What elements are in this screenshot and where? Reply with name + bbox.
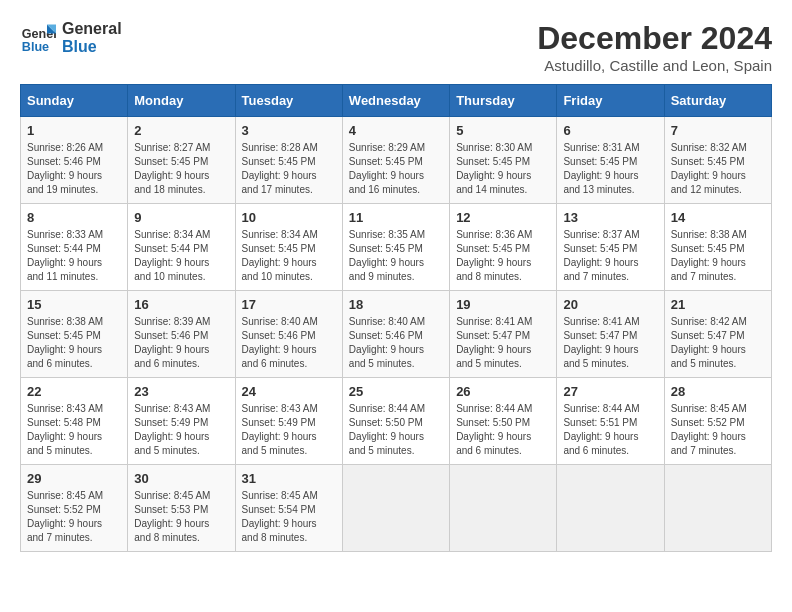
calendar-table: SundayMondayTuesdayWednesdayThursdayFrid… (20, 84, 772, 552)
day-cell: 8 Sunrise: 8:33 AM Sunset: 5:44 PM Dayli… (21, 204, 128, 291)
page-header: General Blue General Blue December 2024 … (20, 20, 772, 74)
day-number: 11 (349, 210, 443, 225)
title-area: December 2024 Astudillo, Castille and Le… (537, 20, 772, 74)
day-cell: 20 Sunrise: 8:41 AM Sunset: 5:47 PM Dayl… (557, 291, 664, 378)
week-row-1: 1 Sunrise: 8:26 AM Sunset: 5:46 PM Dayli… (21, 117, 772, 204)
day-info: Sunrise: 8:31 AM Sunset: 5:45 PM Dayligh… (563, 141, 657, 197)
day-info: Sunrise: 8:41 AM Sunset: 5:47 PM Dayligh… (563, 315, 657, 371)
day-number: 7 (671, 123, 765, 138)
day-cell: 24 Sunrise: 8:43 AM Sunset: 5:49 PM Dayl… (235, 378, 342, 465)
day-cell: 28 Sunrise: 8:45 AM Sunset: 5:52 PM Dayl… (664, 378, 771, 465)
day-info: Sunrise: 8:29 AM Sunset: 5:45 PM Dayligh… (349, 141, 443, 197)
column-header-tuesday: Tuesday (235, 85, 342, 117)
day-info: Sunrise: 8:40 AM Sunset: 5:46 PM Dayligh… (349, 315, 443, 371)
calendar-body: 1 Sunrise: 8:26 AM Sunset: 5:46 PM Dayli… (21, 117, 772, 552)
day-info: Sunrise: 8:44 AM Sunset: 5:50 PM Dayligh… (456, 402, 550, 458)
svg-text:Blue: Blue (22, 40, 49, 54)
day-info: Sunrise: 8:44 AM Sunset: 5:50 PM Dayligh… (349, 402, 443, 458)
day-number: 29 (27, 471, 121, 486)
day-number: 5 (456, 123, 550, 138)
day-number: 12 (456, 210, 550, 225)
day-info: Sunrise: 8:34 AM Sunset: 5:44 PM Dayligh… (134, 228, 228, 284)
day-info: Sunrise: 8:38 AM Sunset: 5:45 PM Dayligh… (27, 315, 121, 371)
day-info: Sunrise: 8:40 AM Sunset: 5:46 PM Dayligh… (242, 315, 336, 371)
day-info: Sunrise: 8:36 AM Sunset: 5:45 PM Dayligh… (456, 228, 550, 284)
day-cell: 14 Sunrise: 8:38 AM Sunset: 5:45 PM Dayl… (664, 204, 771, 291)
day-info: Sunrise: 8:45 AM Sunset: 5:52 PM Dayligh… (27, 489, 121, 545)
day-number: 14 (671, 210, 765, 225)
day-info: Sunrise: 8:33 AM Sunset: 5:44 PM Dayligh… (27, 228, 121, 284)
day-cell (450, 465, 557, 552)
day-number: 3 (242, 123, 336, 138)
day-cell: 11 Sunrise: 8:35 AM Sunset: 5:45 PM Dayl… (342, 204, 449, 291)
day-cell: 4 Sunrise: 8:29 AM Sunset: 5:45 PM Dayli… (342, 117, 449, 204)
week-row-5: 29 Sunrise: 8:45 AM Sunset: 5:52 PM Dayl… (21, 465, 772, 552)
day-number: 25 (349, 384, 443, 399)
day-info: Sunrise: 8:38 AM Sunset: 5:45 PM Dayligh… (671, 228, 765, 284)
day-cell: 5 Sunrise: 8:30 AM Sunset: 5:45 PM Dayli… (450, 117, 557, 204)
day-number: 18 (349, 297, 443, 312)
day-cell: 9 Sunrise: 8:34 AM Sunset: 5:44 PM Dayli… (128, 204, 235, 291)
day-number: 2 (134, 123, 228, 138)
day-info: Sunrise: 8:26 AM Sunset: 5:46 PM Dayligh… (27, 141, 121, 197)
calendar-header-row: SundayMondayTuesdayWednesdayThursdayFrid… (21, 85, 772, 117)
day-info: Sunrise: 8:45 AM Sunset: 5:54 PM Dayligh… (242, 489, 336, 545)
day-cell: 15 Sunrise: 8:38 AM Sunset: 5:45 PM Dayl… (21, 291, 128, 378)
day-cell: 22 Sunrise: 8:43 AM Sunset: 5:48 PM Dayl… (21, 378, 128, 465)
day-number: 6 (563, 123, 657, 138)
day-cell: 23 Sunrise: 8:43 AM Sunset: 5:49 PM Dayl… (128, 378, 235, 465)
day-number: 30 (134, 471, 228, 486)
day-cell: 27 Sunrise: 8:44 AM Sunset: 5:51 PM Dayl… (557, 378, 664, 465)
week-row-2: 8 Sunrise: 8:33 AM Sunset: 5:44 PM Dayli… (21, 204, 772, 291)
day-cell: 26 Sunrise: 8:44 AM Sunset: 5:50 PM Dayl… (450, 378, 557, 465)
day-cell: 18 Sunrise: 8:40 AM Sunset: 5:46 PM Dayl… (342, 291, 449, 378)
day-info: Sunrise: 8:44 AM Sunset: 5:51 PM Dayligh… (563, 402, 657, 458)
day-cell: 6 Sunrise: 8:31 AM Sunset: 5:45 PM Dayli… (557, 117, 664, 204)
day-cell: 13 Sunrise: 8:37 AM Sunset: 5:45 PM Dayl… (557, 204, 664, 291)
day-cell: 19 Sunrise: 8:41 AM Sunset: 5:47 PM Dayl… (450, 291, 557, 378)
day-cell: 25 Sunrise: 8:44 AM Sunset: 5:50 PM Dayl… (342, 378, 449, 465)
day-info: Sunrise: 8:41 AM Sunset: 5:47 PM Dayligh… (456, 315, 550, 371)
day-number: 8 (27, 210, 121, 225)
logo: General Blue General Blue (20, 20, 122, 56)
column-header-wednesday: Wednesday (342, 85, 449, 117)
logo-line2: Blue (62, 38, 122, 56)
day-cell: 21 Sunrise: 8:42 AM Sunset: 5:47 PM Dayl… (664, 291, 771, 378)
day-cell (664, 465, 771, 552)
day-cell: 1 Sunrise: 8:26 AM Sunset: 5:46 PM Dayli… (21, 117, 128, 204)
day-info: Sunrise: 8:27 AM Sunset: 5:45 PM Dayligh… (134, 141, 228, 197)
day-cell: 30 Sunrise: 8:45 AM Sunset: 5:53 PM Dayl… (128, 465, 235, 552)
day-info: Sunrise: 8:45 AM Sunset: 5:52 PM Dayligh… (671, 402, 765, 458)
day-cell: 7 Sunrise: 8:32 AM Sunset: 5:45 PM Dayli… (664, 117, 771, 204)
column-header-monday: Monday (128, 85, 235, 117)
week-row-4: 22 Sunrise: 8:43 AM Sunset: 5:48 PM Dayl… (21, 378, 772, 465)
day-number: 4 (349, 123, 443, 138)
day-number: 21 (671, 297, 765, 312)
day-info: Sunrise: 8:35 AM Sunset: 5:45 PM Dayligh… (349, 228, 443, 284)
column-header-friday: Friday (557, 85, 664, 117)
day-cell: 31 Sunrise: 8:45 AM Sunset: 5:54 PM Dayl… (235, 465, 342, 552)
day-number: 26 (456, 384, 550, 399)
day-number: 24 (242, 384, 336, 399)
logo-icon: General Blue (20, 20, 56, 56)
day-number: 27 (563, 384, 657, 399)
day-info: Sunrise: 8:43 AM Sunset: 5:49 PM Dayligh… (242, 402, 336, 458)
day-cell (557, 465, 664, 552)
day-cell: 3 Sunrise: 8:28 AM Sunset: 5:45 PM Dayli… (235, 117, 342, 204)
logo-line1: General (62, 20, 122, 38)
column-header-saturday: Saturday (664, 85, 771, 117)
day-cell: 16 Sunrise: 8:39 AM Sunset: 5:46 PM Dayl… (128, 291, 235, 378)
day-info: Sunrise: 8:30 AM Sunset: 5:45 PM Dayligh… (456, 141, 550, 197)
day-number: 17 (242, 297, 336, 312)
day-number: 19 (456, 297, 550, 312)
day-number: 10 (242, 210, 336, 225)
day-info: Sunrise: 8:32 AM Sunset: 5:45 PM Dayligh… (671, 141, 765, 197)
day-number: 31 (242, 471, 336, 486)
day-number: 20 (563, 297, 657, 312)
day-info: Sunrise: 8:45 AM Sunset: 5:53 PM Dayligh… (134, 489, 228, 545)
day-number: 15 (27, 297, 121, 312)
day-number: 16 (134, 297, 228, 312)
day-number: 28 (671, 384, 765, 399)
day-cell: 12 Sunrise: 8:36 AM Sunset: 5:45 PM Dayl… (450, 204, 557, 291)
day-info: Sunrise: 8:34 AM Sunset: 5:45 PM Dayligh… (242, 228, 336, 284)
